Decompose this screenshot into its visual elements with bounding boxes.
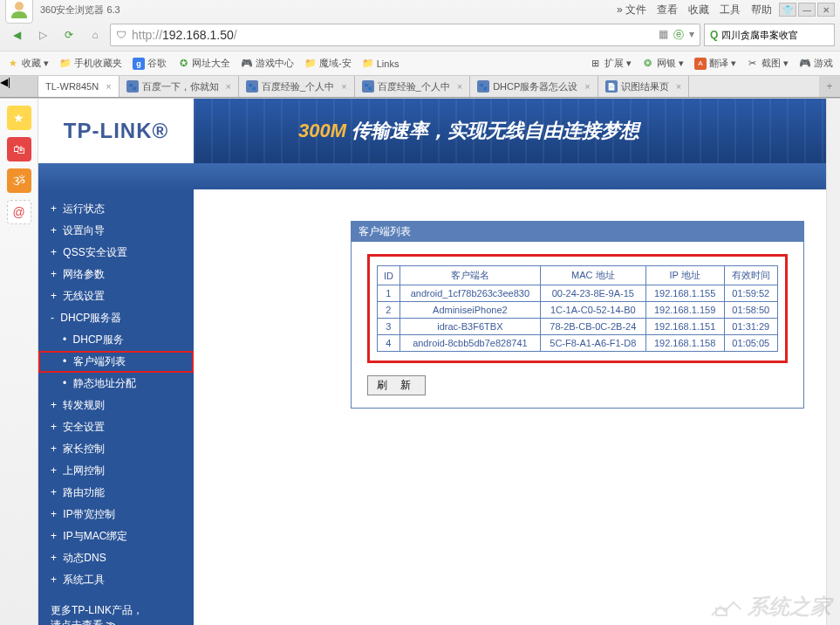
- bm-ext[interactable]: ⊞扩展 ▾: [590, 57, 632, 70]
- menu-file[interactable]: » 文件: [617, 3, 646, 17]
- minimize-button[interactable]: —: [798, 3, 816, 17]
- bm-mobile[interactable]: 📁手机收藏夹: [59, 57, 122, 70]
- bullet-icon: -: [51, 312, 57, 324]
- more-line1: 更多TP-LINK产品，: [51, 603, 181, 618]
- pin-shop[interactable]: 🛍: [7, 137, 31, 161]
- bullet-icon: +: [51, 246, 59, 258]
- close-tab-icon[interactable]: ×: [457, 81, 462, 92]
- bm-google[interactable]: g谷歌: [133, 57, 167, 70]
- skin-button[interactable]: 👕: [779, 3, 796, 17]
- bullet-icon: +: [51, 530, 59, 542]
- col-header: MAC 地址: [540, 266, 645, 285]
- router-page: TP-LINK® 300M传输速率，实现无线自由连接梦想 + 运行状态+ 设置向…: [38, 99, 840, 625]
- bm-games[interactable]: 🎮游戏中心: [241, 57, 294, 70]
- search-provider-icon[interactable]: Q: [710, 29, 718, 41]
- tab-0[interactable]: TL-WR845N×: [38, 76, 120, 97]
- menu-item-动态DNS[interactable]: + 动态DNS: [38, 547, 194, 569]
- home-button[interactable]: ⌂: [84, 24, 106, 46]
- menu-item-IP带宽控制[interactable]: + IP带宽控制: [38, 504, 194, 525]
- url-text: http://192.168.1.50/: [132, 28, 237, 42]
- tab-1[interactable]: 🐾百度一下，你就知×: [120, 76, 239, 97]
- menu-tools[interactable]: 工具: [720, 3, 741, 17]
- menu-favorites[interactable]: 收藏: [688, 3, 709, 17]
- pin-weibo[interactable]: ૐ: [7, 168, 31, 193]
- tp-body: + 运行状态+ 设置向导+ QSS安全设置+ 网络参数+ 无线设置- DHCP服…: [38, 189, 840, 625]
- bm-sites[interactable]: ✪网址大全: [177, 57, 230, 70]
- bullet-icon: +: [51, 508, 59, 520]
- menu-item-运行状态[interactable]: + 运行状态: [38, 198, 194, 220]
- bullet-icon: •: [63, 377, 70, 389]
- close-tab-icon[interactable]: ×: [676, 81, 681, 92]
- menu-item-系统工具[interactable]: + 系统工具: [38, 569, 194, 591]
- menu-item-上网控制[interactable]: + 上网控制: [38, 460, 194, 482]
- close-tab-icon[interactable]: ×: [341, 81, 346, 92]
- addr-dropdown-icon[interactable]: ▾: [689, 28, 694, 43]
- google-icon: g: [133, 58, 145, 70]
- table-cell: AdminiseiPhone2: [400, 302, 540, 319]
- close-tab-icon[interactable]: ×: [226, 81, 231, 92]
- menu-item-客户端列表[interactable]: • 客户端列表: [38, 351, 194, 373]
- tp-header: TP-LINK® 300M传输速率，实现无线自由连接梦想: [38, 99, 840, 163]
- bullet-icon: +: [51, 224, 59, 237]
- menu-item-家长控制[interactable]: + 家长控制: [38, 438, 194, 460]
- search-input[interactable]: [721, 30, 829, 40]
- bm-screenshot[interactable]: ✂截图 ▾: [747, 57, 789, 70]
- bm-moyu[interactable]: 📁魔域-安: [304, 57, 352, 70]
- favicon-icon: 🐾: [362, 80, 374, 93]
- menu-item-路由功能[interactable]: + 路由功能: [38, 482, 194, 504]
- address-bar[interactable]: 🛡 http://192.168.1.50/ ▦ ⓔ ▾: [110, 24, 700, 46]
- tab-side-toggle[interactable]: ◀|: [0, 76, 38, 97]
- menu-item-DHCP服务器[interactable]: - DHCP服务器: [38, 307, 194, 329]
- pin-favorite[interactable]: ★: [7, 106, 31, 130]
- tab-2[interactable]: 🐾百度经验_个人中×: [239, 76, 355, 97]
- tp-more-products[interactable]: 更多TP-LINK产品， 请点击查看 >>: [38, 591, 194, 625]
- bm-label: Links: [377, 58, 400, 69]
- bullet-icon: •: [63, 355, 70, 367]
- tab-3[interactable]: 🐾百度经验_个人中×: [355, 76, 471, 97]
- address-icons: ▦ ⓔ ▾: [659, 28, 694, 43]
- close-tab-icon[interactable]: ×: [584, 81, 590, 92]
- close-tab-icon[interactable]: ×: [106, 81, 111, 92]
- bm-play[interactable]: 🎮游戏: [799, 57, 833, 70]
- table-cell: 01:59:52: [724, 285, 777, 302]
- bm-links[interactable]: 📁Links: [362, 58, 400, 70]
- compat-icon[interactable]: ⓔ: [673, 28, 684, 43]
- new-tab-button[interactable]: +: [819, 76, 840, 97]
- menu-item-无线设置[interactable]: + 无线设置: [38, 285, 194, 307]
- vertical-scrollbar[interactable]: [826, 99, 840, 625]
- user-avatar[interactable]: [5, 0, 33, 24]
- bm-translate[interactable]: A翻译 ▾: [694, 57, 736, 70]
- reload-button[interactable]: ⟳: [58, 24, 80, 46]
- search-box[interactable]: Q: [704, 24, 835, 46]
- qr-icon[interactable]: ▦: [659, 28, 668, 43]
- menu-item-QSS安全设置[interactable]: + QSS安全设置: [38, 242, 194, 264]
- avatar-icon: [9, 0, 30, 20]
- scissors-icon: ✂: [747, 58, 759, 70]
- title-bar: 360安全浏览器 6.3 » 文件 查看 收藏 工具 帮助 👕 — ✕: [0, 0, 840, 19]
- menu-item-安全设置[interactable]: + 安全设置: [38, 416, 194, 438]
- menu-item-IP与MAC绑定[interactable]: + IP与MAC绑定: [38, 525, 194, 547]
- globe-icon: ✪: [177, 58, 189, 70]
- pin-at[interactable]: @: [7, 200, 31, 224]
- bm-favorites[interactable]: ★收藏 ▾: [7, 57, 49, 70]
- menu-help[interactable]: 帮助: [751, 3, 772, 17]
- tp-banner: 300M传输速率，实现无线自由连接梦想: [194, 99, 840, 163]
- back-button[interactable]: ◀: [5, 24, 28, 46]
- refresh-button[interactable]: 刷 新: [367, 375, 426, 395]
- menu-item-设置向导[interactable]: + 设置向导: [38, 220, 194, 242]
- menu-item-DHCP服务[interactable]: • DHCP服务: [38, 329, 194, 351]
- bank-icon: ❂: [642, 58, 654, 70]
- close-window-button[interactable]: ✕: [817, 3, 835, 17]
- tab-label: DHCP服务器怎么设: [493, 80, 577, 93]
- forward-button[interactable]: ▷: [31, 24, 54, 46]
- url-prefix: http://: [132, 28, 162, 42]
- bm-bank[interactable]: ❂网银 ▾: [642, 57, 684, 70]
- watermark-logo-icon: [707, 594, 742, 620]
- menu-item-静态地址分配[interactable]: • 静态地址分配: [38, 373, 194, 395]
- menu-item-转发规则[interactable]: + 转发规则: [38, 395, 194, 416]
- tab-4[interactable]: 🐾DHCP服务器怎么设×: [470, 76, 598, 97]
- menu-item-网络参数[interactable]: + 网络参数: [38, 264, 194, 285]
- table-row: 3idrac-B3F6TBX78-2B-CB-0C-2B-24192.168.1…: [378, 319, 778, 335]
- tab-5[interactable]: 📄识图结果页×: [598, 76, 689, 97]
- menu-view[interactable]: 查看: [657, 3, 678, 17]
